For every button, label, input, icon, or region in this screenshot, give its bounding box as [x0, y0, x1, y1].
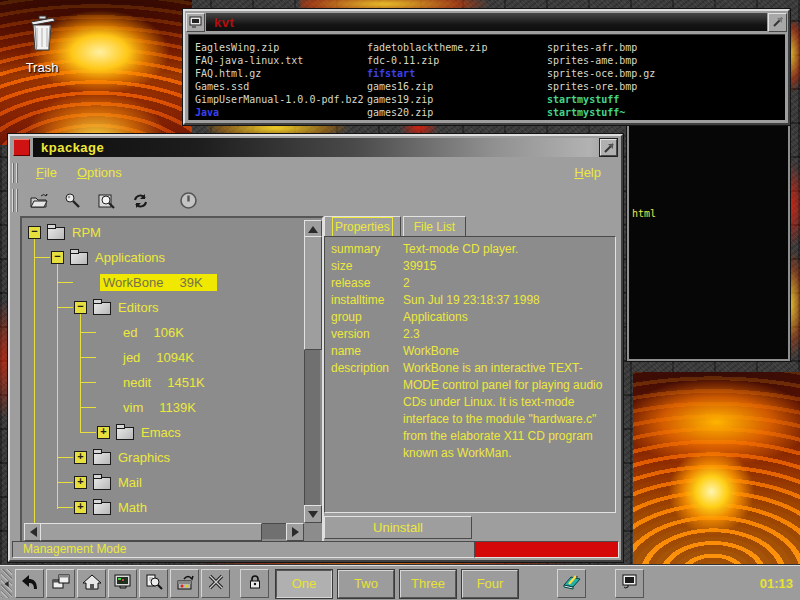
- panel-hide-button[interactable]: [1, 569, 12, 598]
- kvt-titlebar[interactable]: kvt: [186, 12, 787, 32]
- notes-button[interactable]: [557, 569, 586, 598]
- wallpaper-fire-bottomright: [633, 372, 800, 565]
- menu-help[interactable]: Help: [564, 163, 611, 182]
- package-tree[interactable]: −RPM−ApplicationsWorkBone39K−Editorsed10…: [24, 220, 304, 523]
- maximize-button[interactable]: [768, 13, 787, 32]
- tree-expander[interactable]: +: [97, 426, 110, 439]
- tree-item-label: Applications: [95, 250, 165, 265]
- x-utility-button[interactable]: [201, 569, 230, 598]
- tree-expander[interactable]: +: [74, 501, 87, 514]
- kpackage-window[interactable]: kpackage File Options Help: [8, 134, 623, 562]
- k-menu-arrow-button[interactable]: [15, 569, 44, 598]
- kvt-title-area[interactable]: kvt: [206, 13, 767, 31]
- desktop-button-one[interactable]: One: [276, 570, 332, 598]
- x-utility-icon: [206, 573, 226, 595]
- file-name: Games.ssd: [195, 80, 367, 93]
- desktop-button-four[interactable]: Four: [462, 570, 518, 598]
- tree-item-workbone[interactable]: WorkBone39K: [24, 270, 304, 295]
- desktop-tool-button[interactable]: [170, 569, 199, 598]
- file-name: sprites-ore.bmp: [547, 80, 637, 93]
- tree-item-rpm[interactable]: −RPM: [24, 220, 304, 245]
- scrollbar-thumb[interactable]: [304, 236, 322, 350]
- refresh-icon: [131, 192, 150, 210]
- tab-properties[interactable]: Properties: [324, 216, 401, 237]
- tree-expander[interactable]: −: [74, 301, 87, 314]
- toolbar: [10, 186, 621, 215]
- notes-icon: [561, 572, 583, 596]
- package-tree-panel: −RPM−ApplicationsWorkBone39K−Editorsed10…: [20, 216, 324, 543]
- k-menu-arrow-icon: [20, 572, 40, 596]
- tree-expander[interactable]: −: [51, 251, 64, 264]
- menubar-drag-handle[interactable]: [12, 163, 20, 183]
- file-name: sprites-oce.bmp.gz: [547, 67, 655, 80]
- tree-item-applications[interactable]: −Applications: [24, 245, 304, 270]
- lock-icon: [246, 573, 264, 595]
- terminal-text-fragment: html: [632, 208, 656, 219]
- tab-file-list[interactable]: File List: [403, 216, 466, 237]
- maximize-icon: [772, 16, 784, 28]
- window-list-icon: [51, 573, 71, 595]
- menu-options[interactable]: Options: [67, 163, 132, 182]
- toolbar-drag-handle[interactable]: [12, 189, 20, 212]
- desktop-button-two[interactable]: Two: [338, 570, 394, 598]
- window-menu-button[interactable]: [13, 139, 30, 156]
- property-row: descriptionWorkBone is an interactive TE…: [331, 360, 611, 462]
- tree-item-label: vim1139K: [123, 400, 196, 415]
- file-name: fdc-0.11.zip: [367, 54, 547, 67]
- tree-item-mail[interactable]: +Mail: [24, 470, 304, 495]
- file-name: games16.zip: [367, 80, 547, 93]
- refresh-button[interactable]: [128, 189, 153, 213]
- exit-button[interactable]: [176, 189, 201, 213]
- tree-item-editors[interactable]: −Editors: [24, 295, 304, 320]
- menu-file[interactable]: File: [26, 163, 67, 182]
- terminal-button[interactable]: [615, 569, 644, 598]
- search-button[interactable]: [60, 189, 85, 213]
- scroll-right-button[interactable]: [286, 523, 304, 541]
- folder-icon: [70, 252, 88, 265]
- kpackage-titlebar[interactable]: kpackage: [12, 138, 619, 157]
- horizontal-scrollbar[interactable]: [24, 523, 304, 539]
- maximize-button[interactable]: [600, 139, 617, 156]
- lock-button[interactable]: [240, 569, 269, 598]
- kvt-terminal-window[interactable]: kvt EaglesWing.zipfadetoblacktheme.zipsp…: [183, 9, 790, 125]
- file-name: fadetoblacktheme.zip: [367, 41, 547, 54]
- folder-icon: [116, 427, 134, 440]
- tree-expander[interactable]: −: [28, 226, 41, 239]
- folder-icon: [93, 302, 111, 315]
- folder-icon: [47, 227, 65, 240]
- tree-item-emacs[interactable]: +Emacs: [24, 420, 304, 445]
- tree-expander[interactable]: +: [74, 476, 87, 489]
- tree-item-jed[interactable]: jed1094K: [24, 345, 304, 370]
- tree-item-math[interactable]: +Math: [24, 495, 304, 520]
- taskbar-clock: 01:13: [760, 576, 793, 591]
- scrollbar-thumb[interactable]: [40, 523, 262, 541]
- window-list-button[interactable]: [46, 569, 75, 598]
- file-name: startmystuff~: [547, 106, 625, 119]
- file-name: EaglesWing.zip: [195, 41, 367, 54]
- desktop-button-three[interactable]: Three: [400, 570, 456, 598]
- exit-icon: [179, 191, 198, 210]
- terminal-row: Javagames20.zipstartmystuff~: [195, 106, 785, 119]
- vertical-scrollbar[interactable]: [304, 220, 320, 523]
- tree-item-graphics[interactable]: +Graphics: [24, 445, 304, 470]
- trash-desktop-icon[interactable]: Trash: [12, 14, 72, 75]
- window-menu-button[interactable]: [186, 13, 205, 32]
- terminal-output[interactable]: EaglesWing.zipfadetoblacktheme.zipsprite…: [188, 34, 785, 120]
- display-button[interactable]: [108, 569, 137, 598]
- uninstall-button[interactable]: Uninstall: [324, 516, 472, 539]
- kpackage-title-area[interactable]: kpackage: [33, 138, 619, 157]
- tree-item-nedit[interactable]: nedit1451K: [24, 370, 304, 395]
- find-files-button[interactable]: [139, 569, 168, 598]
- trash-can-icon: [25, 14, 59, 52]
- tree-item-ed[interactable]: ed106K: [24, 320, 304, 345]
- property-key: group: [331, 309, 403, 326]
- tree-expander[interactable]: +: [74, 451, 87, 464]
- scroll-down-button[interactable]: [304, 505, 322, 523]
- find-package-button[interactable]: [94, 189, 119, 213]
- tree-item-label: Editors: [118, 300, 158, 315]
- home-button[interactable]: [77, 569, 106, 598]
- open-folder-button[interactable]: [26, 189, 51, 213]
- progress-bar: [474, 541, 619, 558]
- tree-item-vim[interactable]: vim1139K: [24, 395, 304, 420]
- folder-icon: [93, 452, 111, 465]
